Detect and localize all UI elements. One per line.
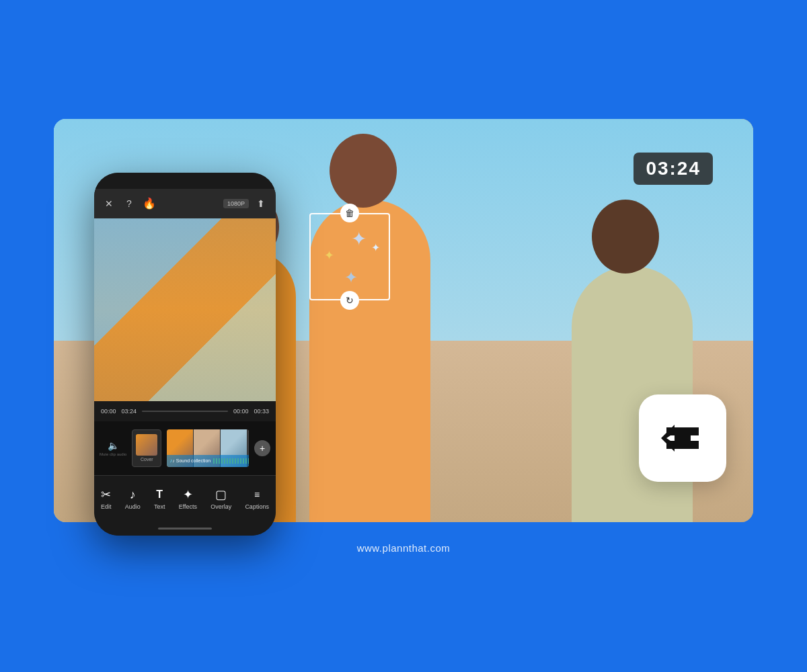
add-track-button[interactable]: + [254, 440, 270, 456]
music-icon: ♪ [130, 487, 136, 502]
capcut-logo [639, 394, 726, 482]
scissors-icon: ✂ [101, 487, 111, 502]
text-icon: T [156, 487, 163, 502]
nav-effects[interactable]: ✦ Effects [179, 487, 197, 510]
video-track-strip[interactable]: ♪ ♪ Sound collection [167, 429, 249, 467]
sparkle-icon-2: ✦ [324, 248, 334, 263]
mute-control[interactable]: 🔈 Mute clip audio [100, 440, 126, 456]
effects-icon: ✦ [183, 487, 193, 502]
phone-timeline: 00:00 03:24 00:00 00:33 [94, 401, 276, 421]
sound-label: ♪ Sound collection [172, 458, 210, 463]
nav-audio[interactable]: ♪ Audio [125, 487, 141, 510]
phone-mockup: ✕ ? 🔥 1080P ⬆ 00:00 03:24 00:00 00:33 🔈 [94, 173, 276, 536]
person-center [303, 119, 437, 522]
help-icon[interactable]: ? [122, 197, 136, 210]
timeline-start: 00:00 [101, 408, 116, 415]
nav-overlay-label: Overlay [210, 503, 231, 510]
website-url: www.plannthat.com [357, 542, 451, 554]
clip-label: Cover [141, 457, 153, 462]
phone-bottom-nav: ✂ Edit ♪ Audio T Text ✦ Effects ▢ Overla… [94, 475, 276, 522]
nav-captions[interactable]: ≡ Captions [245, 487, 269, 510]
sound-track: ♪ ♪ Sound collection [167, 455, 249, 467]
sound-waveform [213, 458, 249, 464]
speaker-icon: 🔈 [108, 440, 119, 451]
timer-badge: 03:24 [633, 153, 713, 185]
clip-thumbnail[interactable]: Cover [132, 429, 161, 467]
sticker-rotate-button[interactable]: ↻ [340, 291, 359, 310]
phone-header-right: 1080P ⬆ [223, 197, 268, 210]
phone-video-people [94, 218, 276, 401]
phone-track-area: 🔈 Mute clip audio Cover ♪ [94, 421, 276, 475]
timer-value: 03:24 [646, 158, 701, 179]
overlay-icon: ▢ [215, 487, 227, 502]
nav-edit[interactable]: ✂ Edit [101, 487, 112, 510]
export-icon[interactable]: ⬆ [254, 197, 268, 210]
phone-status-bar [94, 173, 276, 189]
sparkle-icon-3: ✦ [344, 268, 358, 287]
phone-home-indicator [94, 522, 276, 536]
phone-header-left: ✕ ? 🔥 [102, 197, 156, 210]
phone-video-preview[interactable] [94, 218, 276, 401]
clip-image [136, 434, 157, 456]
nav-text[interactable]: T Text [154, 487, 165, 510]
resolution-badge[interactable]: 1080P [223, 199, 249, 208]
close-icon[interactable]: ✕ [102, 197, 116, 210]
timeline-marker2: 00:33 [254, 408, 269, 415]
timeline-bar[interactable] [142, 411, 228, 412]
home-indicator-line [158, 528, 212, 530]
nav-captions-label: Captions [245, 503, 269, 510]
sticker-selection-box[interactable]: 🗑 ↻ ✦ ✦ ✦ ✦ [309, 213, 390, 300]
nav-edit-label: Edit [101, 503, 112, 510]
nav-effects-label: Effects [179, 503, 197, 510]
nav-overlay[interactable]: ▢ Overlay [210, 487, 231, 510]
sparkle-icon-1: ✦ [351, 228, 367, 250]
sticker-delete-button[interactable]: 🗑 [340, 204, 359, 222]
mute-label: Mute clip audio [100, 452, 126, 456]
nav-audio-label: Audio [125, 503, 141, 510]
phone-header: ✕ ? 🔥 1080P ⬆ [94, 189, 276, 218]
captions-icon: ≡ [254, 487, 260, 502]
website-footer: www.plannthat.com [357, 542, 451, 554]
main-card: 03:24 🗑 ↻ ✦ ✦ ✦ ✦ ✕ ? 🔥 1080 [54, 119, 753, 522]
nav-text-label: Text [154, 503, 165, 510]
sparkle-icon-4: ✦ [371, 241, 380, 254]
timeline-duration: 03:24 [122, 408, 137, 415]
timeline-marker1: 00:00 [233, 408, 249, 415]
capcut-logo-svg [656, 411, 709, 465]
flame-icon: 🔥 [143, 197, 156, 210]
